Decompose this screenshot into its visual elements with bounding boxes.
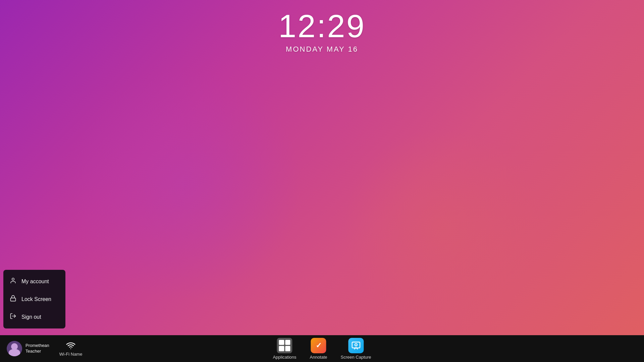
user-info: Promethean Teacher [25,343,49,354]
annotate-icon [311,338,326,353]
screen-capture-button[interactable]: Screen Capture [341,338,371,360]
avatar [7,341,22,356]
wifi-button[interactable]: Wi-Fi Name [59,341,83,357]
menu-item-lock-screen[interactable]: Lock Screen [3,290,65,308]
taskbar-center: Applications Annotate Screen Capture [273,338,371,360]
wifi-label: Wi-Fi Name [59,352,83,357]
person-icon [9,277,17,286]
svg-rect-1 [11,298,16,301]
annotate-label: Annotate [310,355,327,360]
sign-out-icon [9,313,17,321]
screen-capture-icon [348,338,364,353]
menu-item-lock-screen-label: Lock Screen [21,296,51,302]
user-name: Promethean [25,343,49,349]
svg-point-5 [355,344,357,346]
taskbar: Promethean Teacher Wi-Fi Name [0,335,644,362]
wifi-icon [66,341,75,350]
lock-icon [9,295,17,303]
clock-date: MONDAY MAY 16 [278,45,366,54]
menu-item-my-account-label: My account [21,279,49,285]
user-menu: My account Lock Screen Sign out [3,270,65,328]
clock-area: 12:29 MONDAY MAY 16 [278,10,366,54]
desktop: 12:29 MONDAY MAY 16 My account Lock Scre… [0,0,644,362]
annotate-button[interactable]: Annotate [310,338,327,360]
clock-time: 12:29 [278,10,366,42]
menu-item-sign-out[interactable]: Sign out [3,308,65,326]
menu-item-my-account[interactable]: My account [3,273,65,290]
svg-rect-4 [352,342,360,348]
user-profile-button[interactable]: Promethean Teacher [7,341,49,356]
menu-item-sign-out-label: Sign out [21,314,41,320]
screen-capture-label: Screen Capture [341,355,371,360]
user-role: Teacher [25,349,49,354]
applications-icon [277,338,292,353]
svg-point-0 [12,278,14,281]
applications-button[interactable]: Applications [273,338,296,360]
applications-label: Applications [273,355,296,360]
